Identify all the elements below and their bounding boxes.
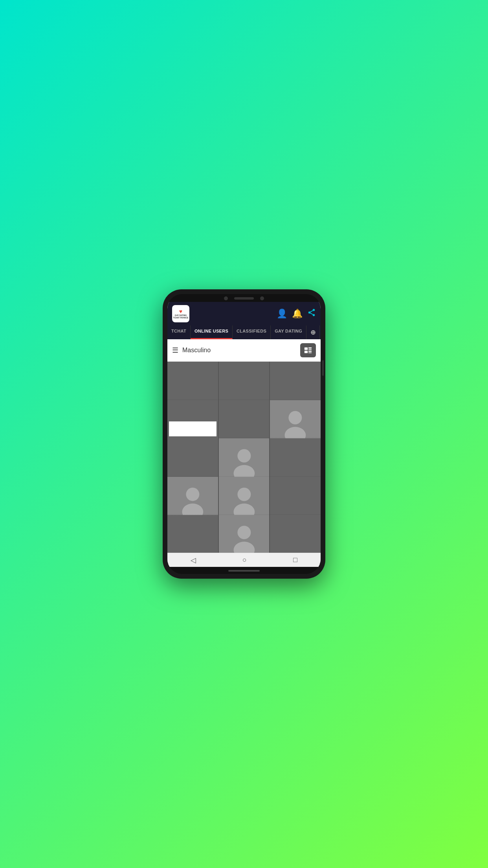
ad-overlay [169,421,216,437]
profile-view-toggle[interactable] [300,343,316,357]
user-card-bottom1[interactable] [167,515,218,553]
tab-tchat[interactable]: TCHAT [167,326,191,339]
svg-point-17 [237,487,251,501]
svg-point-2 [313,314,315,316]
svg-line-4 [310,311,313,312]
app-header: ♥ GAY DATING TCHAT FRANCE 👤 🔔 [167,302,321,326]
bottom-nav-bar: ◁ ○ □ [167,553,321,567]
back-button[interactable]: ◁ [191,556,196,565]
tab-gay-dating[interactable]: GAY DATING [271,326,306,339]
avatar-placeholder [230,521,258,553]
header-icons: 👤 🔔 [277,308,316,319]
front-camera [224,296,228,300]
svg-point-11 [289,411,302,424]
phone-device: ♥ GAY DATING TCHAT FRANCE 👤 🔔 [163,289,325,579]
share-icon[interactable] [307,308,316,319]
phone-bottom-bar [167,567,321,574]
svg-point-19 [237,526,251,539]
svg-point-0 [313,309,315,311]
users-grid: GARCIA 56a., 219km. Rafael 53a., 220km. … [167,362,321,553]
recents-button[interactable]: □ [293,556,297,564]
side-button [322,360,324,376]
svg-rect-8 [305,351,308,353]
phone-notch [167,294,321,302]
svg-rect-6 [308,348,312,349]
svg-point-13 [237,449,251,463]
speaker [234,297,254,300]
user-card-bottom2[interactable] [219,515,270,553]
tab-online-users[interactable]: ONLINE USERS [191,326,233,339]
tab-more[interactable]: ⊕ [306,326,320,339]
user-card-bottom3[interactable] [270,515,321,553]
svg-point-20 [233,542,255,553]
filter-icon: ☰ [172,346,178,355]
svg-rect-10 [308,353,312,353]
person-icon[interactable]: 👤 [277,309,287,319]
filter-label[interactable]: Masculino [182,347,296,354]
logo-subtext: TCHAT FRANCE [173,317,189,319]
svg-rect-7 [308,349,312,350]
home-button[interactable]: ○ [242,556,247,564]
svg-rect-5 [305,348,308,350]
app-screen: ♥ GAY DATING TCHAT FRANCE 👤 🔔 [167,302,321,567]
filter-bar: ☰ Masculino [167,339,321,362]
svg-point-15 [186,487,199,501]
tab-classifieds[interactable]: CLASSIFIEDS [233,326,271,339]
nav-tabs: TCHAT ONLINE USERS CLASSIFIEDS GAY DATIN… [167,326,321,339]
svg-point-1 [308,311,311,314]
front-sensor [260,296,264,300]
svg-line-3 [310,313,313,314]
logo-heart-icon: ♥ [179,309,182,314]
bottom-pill [228,570,260,572]
app-logo[interactable]: ♥ GAY DATING TCHAT FRANCE [172,305,189,322]
bell-icon[interactable]: 🔔 [292,309,303,319]
phone-screen: ♥ GAY DATING TCHAT FRANCE 👤 🔔 [167,294,321,574]
svg-rect-9 [308,351,312,352]
